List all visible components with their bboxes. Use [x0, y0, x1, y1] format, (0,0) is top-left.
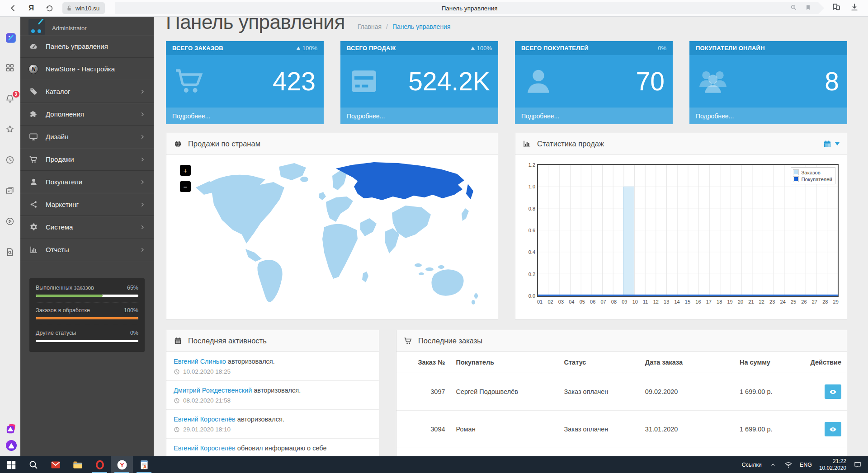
activity-user-link[interactable]: Евгений Коростелёв — [174, 416, 236, 423]
sidebar-item-extensions[interactable]: Дополнения — [20, 103, 154, 126]
map-zoom-in-button[interactable]: + — [180, 165, 191, 176]
tabs-icon[interactable] — [5, 186, 16, 197]
tile-label: ВСЕГО ЗАКАЗОВ — [172, 45, 223, 52]
media-play-icon[interactable] — [5, 216, 16, 227]
x-axis-tick: 05 — [580, 299, 585, 304]
sidebar-item-marketing[interactable]: Маркетинг — [20, 193, 154, 216]
messenger-icon[interactable] — [5, 423, 16, 434]
breadcrumb-current[interactable]: Панель управления — [392, 23, 451, 30]
x-axis-tick: 20 — [738, 299, 743, 304]
file-explorer-icon[interactable] — [66, 456, 89, 473]
screen: Я win10.su Панель управления — [0, 0, 868, 473]
activity-user-link[interactable]: Дмитрий Рождественский — [174, 387, 252, 394]
sales-statistics-panel: Статистика продаж ЗаказовПокупателей 1.2… — [515, 133, 847, 319]
tile-label: ВСЕГО ПОКУПАТЕЛЕЙ — [521, 45, 589, 52]
sidebar-item-dashboard[interactable]: Панель управления — [20, 35, 154, 58]
main-content: Панель управления Главная / Панель управ… — [154, 17, 868, 456]
mail-app-icon[interactable] — [44, 456, 66, 473]
yandex-home-icon[interactable]: Я — [26, 3, 36, 13]
refresh-icon[interactable] — [44, 3, 54, 13]
column-header: Действие — [793, 352, 847, 373]
order-status: Заказ оплачен — [559, 411, 640, 448]
x-axis-tick: 23 — [769, 299, 775, 304]
omnibox[interactable]: Панель управления — [115, 2, 824, 14]
tile-more-link[interactable]: Подробнее... — [689, 108, 847, 124]
order-status: Заказ оплачен — [559, 373, 640, 411]
calendar-icon — [174, 337, 182, 345]
tile-more-link[interactable]: Подробнее... — [515, 108, 673, 124]
sidebar-item-catalog[interactable]: Каталог — [20, 80, 154, 103]
download-icon[interactable] — [850, 3, 859, 14]
view-order-button[interactable] — [825, 422, 841, 436]
column-header: Дата заказа — [640, 352, 734, 373]
yandex-browser-icon[interactable]: Y — [111, 456, 133, 473]
date-range-button[interactable] — [823, 140, 840, 149]
sidebar-item-newstore[interactable]: NNewStore - Настройка — [20, 58, 154, 80]
action-center-icon[interactable] — [854, 461, 862, 469]
stat-value: 65% — [127, 285, 138, 291]
sidebar-item-label: Отчеты — [46, 246, 132, 253]
svg-text:A: A — [143, 464, 146, 469]
taskbar-search-icon[interactable] — [22, 456, 44, 473]
wordpad-app-icon[interactable]: A — [133, 456, 155, 473]
clock-date[interactable]: 21:22 10.02.2020 — [819, 458, 846, 472]
order-customer: Сергей Подошвелёв — [451, 373, 559, 411]
world-map[interactable] — [183, 160, 481, 309]
arrow-up-icon — [297, 47, 300, 50]
page-header: Панель управления Главная / Панель управ… — [166, 17, 847, 37]
order-row: 3097Сергей ПодошвелёвЗаказ оплачен09.02.… — [396, 373, 847, 411]
activity-item: Евгений Коростелёв обновил информацию о … — [166, 439, 379, 456]
tile-value: 423 — [273, 66, 316, 96]
orders-header-row: Заказ № Покупатель Статус Дата заказа На… — [396, 352, 847, 373]
tile-customers-online: ПОКУПАТЕЛИ ОНЛАЙН 8 Подробнее... — [689, 41, 847, 124]
y-axis-tick: 1.0 — [521, 184, 535, 189]
chevron-right-icon — [139, 201, 146, 208]
legend-entry: Покупателей — [793, 176, 832, 183]
sidebar-item-system[interactable]: Система — [20, 216, 154, 239]
sidebar-item-sales[interactable]: Продажи — [20, 148, 154, 171]
sales-by-country-panel: Продажи по странам + − — [166, 133, 498, 319]
activity-action-text: авторизовался. — [236, 416, 284, 423]
x-axis-tick: 01 — [537, 299, 542, 304]
map-zoom-out-button[interactable]: − — [180, 181, 191, 192]
language-indicator[interactable]: ENG — [800, 462, 812, 468]
profile-block[interactable]: Administrator — [20, 17, 154, 35]
x-axis-tick: 02 — [547, 299, 553, 304]
notifications-bell-icon[interactable]: 3 — [5, 94, 16, 104]
page-search-icon[interactable] — [5, 247, 16, 258]
sidebar-item-reports[interactable]: Отчеты — [20, 239, 154, 261]
bookmark-icon[interactable] — [805, 4, 811, 13]
collections-icon[interactable] — [831, 3, 841, 14]
back-icon[interactable] — [8, 3, 18, 13]
kpi-tiles: ВСЕГО ЗАКАЗОВ 100% 423 Подробнее... ВСЕГ… — [166, 41, 847, 124]
activity-user-link[interactable]: Евгений Коростелёв — [174, 445, 236, 452]
breadcrumb-home[interactable]: Главная — [358, 23, 382, 30]
address-chip[interactable]: win10.su — [62, 2, 105, 14]
history-clock-icon[interactable] — [5, 155, 16, 166]
tile-more-link[interactable]: Подробнее... — [340, 108, 498, 124]
bookmarks-star-icon[interactable] — [5, 124, 16, 135]
activity-user-link[interactable]: Евгений Слинько — [174, 358, 226, 365]
view-order-button[interactable] — [825, 384, 841, 399]
chevron-right-icon — [139, 224, 146, 230]
apps-grid-icon[interactable] — [5, 63, 16, 74]
activity-item: Дмитрий Рождественский авторизовался.08.… — [166, 381, 379, 410]
sidebar-item-customers[interactable]: Покупатели — [20, 171, 154, 193]
order-date: 31.01.2020 — [640, 448, 734, 457]
calendar-icon — [823, 140, 832, 149]
wifi-icon[interactable] — [784, 461, 793, 469]
alice-icon[interactable] — [5, 439, 16, 450]
opera-app-icon[interactable] — [89, 456, 111, 473]
hidden-icons-chevron[interactable] — [769, 461, 777, 469]
x-axis-tick: 11 — [643, 299, 648, 304]
newstore-logo: N — [28, 64, 38, 74]
sidebar-item-design[interactable]: Дизайн — [20, 126, 154, 148]
taskbar-apps: YA — [0, 456, 155, 473]
links-toolbar-label[interactable]: Ссылки — [742, 462, 762, 468]
breadcrumb-separator: / — [386, 23, 388, 30]
start-button[interactable] — [0, 456, 22, 473]
yandex-app-icon[interactable] — [5, 32, 16, 43]
tile-more-link[interactable]: Подробнее... — [166, 108, 324, 124]
zoom-page-icon[interactable] — [790, 4, 797, 13]
windows-taskbar: YA Ссылки ENG 21:22 10.02.2020 — [0, 456, 868, 473]
